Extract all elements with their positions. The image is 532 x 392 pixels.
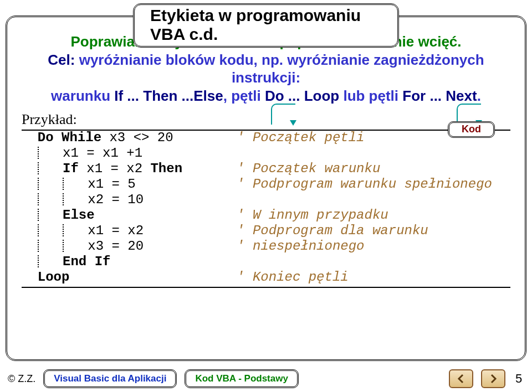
- comment-cell: ' Koniec pętli: [237, 269, 510, 285]
- indent-marker: [63, 193, 64, 205]
- comment-cell: ' Podprogram warunku spełnionego: [237, 176, 510, 192]
- code-cell: Else: [22, 207, 237, 223]
- kod-badge: Kod: [448, 121, 495, 138]
- indent-marker: [63, 240, 64, 252]
- code-row: Do While x3 <> 20' Początek pętli: [22, 130, 510, 145]
- code-cell: Do While x3 <> 20: [22, 130, 237, 145]
- copyright: © Z.Z.: [8, 373, 35, 385]
- indent-marker: [38, 240, 39, 252]
- comment-cell: [237, 254, 510, 269]
- code-cell: x1 = x1 +1: [22, 145, 237, 161]
- intro-line3: warunku If ... Then ...Else, pętli Do ..…: [22, 87, 510, 105]
- prev-button[interactable]: [449, 369, 473, 388]
- slide-title: Etykieta w programowaniu VBA c.d.: [150, 6, 361, 43]
- indent-marker: [38, 178, 39, 190]
- intro-body: wyróżnianie bloków kodu, np. wyróżnianie…: [79, 51, 484, 86]
- code-cell: x3 = 20: [22, 238, 237, 254]
- comment-cell: [237, 192, 510, 207]
- intro-petli: , pętli: [223, 87, 265, 104]
- footer-bar: © Z.Z. Visual Basic dla Aplikacji Kod VB…: [0, 365, 532, 392]
- code-row: x3 = 20' niespełnionego: [22, 238, 510, 254]
- page-number: 5: [513, 372, 524, 386]
- code-row: Loop' Koniec pętli: [22, 269, 510, 285]
- code-row: Else' W innym przypadku: [22, 207, 510, 223]
- footer-pill-app: Visual Basic dla Aplikacji: [43, 369, 177, 388]
- code-cell: If x1 = x2 Then: [22, 161, 237, 176]
- code-row: x2 = 10: [22, 192, 510, 207]
- intro-lub: lub pętli: [339, 87, 402, 104]
- code-cell: x2 = 10: [22, 192, 237, 207]
- indent-marker: [38, 147, 39, 159]
- code-row: x1 = x2' Podprogram dla warunku: [22, 223, 510, 238]
- example-label: Przykład:: [22, 111, 510, 128]
- code-row: x1 = 5' Podprogram warunku spełnionego: [22, 176, 510, 192]
- chevron-right-icon: [488, 374, 498, 384]
- code-cell: Loop: [22, 269, 237, 285]
- code-bottom-rule: [22, 287, 510, 288]
- indent-marker: [38, 224, 39, 236]
- intro-do: Do ... Loop: [265, 87, 339, 104]
- indent-marker: [38, 162, 39, 174]
- intro-cel: Cel:: [48, 51, 79, 68]
- main-content-panel: Poprawianie czytelności kodu poprzez wst…: [6, 16, 526, 361]
- next-button[interactable]: [481, 369, 505, 388]
- code-table: Do While x3 <> 20' Początek pętli x1 = x…: [22, 130, 510, 285]
- code-cell: x1 = x2: [22, 223, 237, 238]
- indent-marker: [63, 224, 64, 236]
- chevron-left-icon: [456, 374, 466, 384]
- code-cell: End If: [22, 254, 237, 269]
- comment-cell: ' Podprogram dla warunku: [237, 223, 510, 238]
- comment-cell: ' W innym przypadku: [237, 207, 510, 223]
- indent-marker: [38, 255, 39, 267]
- code-row: If x1 = x2 Then' Początek warunku: [22, 161, 510, 176]
- intro-dot: .: [477, 87, 481, 104]
- comment-cell: ' niespełnionego: [237, 238, 510, 254]
- slide-title-box: Etykieta w programowaniu VBA c.d.: [133, 3, 399, 48]
- pointer-arrows: [22, 105, 510, 110]
- footer-pill-topic: Kod VBA - Podstawy: [185, 369, 299, 388]
- indent-marker: [38, 209, 39, 221]
- comment-cell: [237, 145, 510, 161]
- intro-if: If ... Then ...Else: [114, 87, 223, 104]
- intro-for: For ... Next: [402, 87, 477, 104]
- intro-warunku: warunku: [51, 87, 114, 104]
- comment-cell: ' Początek warunku: [237, 161, 510, 176]
- code-row: x1 = x1 +1: [22, 145, 510, 161]
- code-row: End If: [22, 254, 510, 269]
- code-cell: x1 = 5: [22, 176, 237, 192]
- indent-marker: [63, 178, 64, 190]
- indent-marker: [38, 193, 39, 205]
- intro-line2: Cel: wyróżnianie bloków kodu, np. wyróżn…: [22, 51, 510, 87]
